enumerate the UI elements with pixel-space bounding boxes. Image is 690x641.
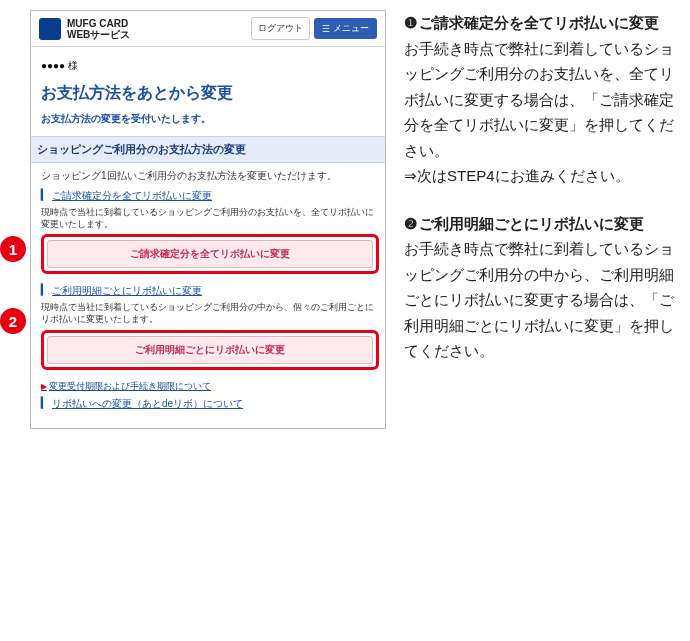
callout-badge-1: 1: [0, 236, 26, 262]
app-header: MUFG CARD WEBサービス ログアウト ☰ メニュー: [31, 11, 385, 47]
bullet-icon: ▎: [41, 284, 49, 295]
explanation-panel: ❶ご請求確定分を全てリボ払いに変更 お手続き時点で弊社に到着しているショッピング…: [404, 10, 680, 429]
explain-body-1: お手続き時点で弊社に到着しているショッピングご利用分のお支払いを、全てリボ払いに…: [404, 36, 680, 189]
menu-button[interactable]: ☰ メニュー: [314, 18, 377, 39]
link-per-item-revolving[interactable]: ▎ ご利用明細ごとにリボ払いに変更: [41, 284, 375, 298]
explain-heading-2: ❷ご利用明細ごとにリボ払いに変更: [404, 211, 680, 237]
logout-button[interactable]: ログアウト: [251, 17, 310, 40]
link-all-revolving[interactable]: ▎ ご請求確定分を全てリボ払いに変更: [41, 189, 375, 203]
brand-text: MUFG CARD WEBサービス: [67, 18, 130, 40]
page-notice: お支払方法の変更を受付いたします。: [41, 112, 375, 126]
explain-title-1: ご請求確定分を全てリボ払いに変更: [419, 10, 659, 36]
link-deadline-info[interactable]: ▶ 変更受付期限および手続き期限について: [41, 380, 375, 393]
app-body: ●●●● 様 お支払方法をあとから変更 お支払方法の変更を受付いたします。 ショ…: [31, 47, 385, 428]
hamburger-icon: ☰: [322, 24, 330, 34]
brand-line2: WEBサービス: [67, 29, 130, 40]
link-deadline-info-label: 変更受付期限および手続き期限について: [49, 380, 211, 393]
explain-title-2: ご利用明細ごとにリボ払いに変更: [419, 211, 644, 237]
screenshot-panel: 1 2 MUFG CARD WEBサービス ログアウト ☰ メニュー ●●●● …: [0, 10, 386, 429]
page-title: お支払方法をあとから変更: [41, 83, 375, 104]
section-header: ショッピングご利用分のお支払方法の変更: [31, 136, 385, 163]
bullet-icon: ▎: [41, 189, 49, 200]
link-about-revolving[interactable]: ▎ リボ払いへの変更（あとdeリボ）について: [41, 397, 375, 411]
section-note: ショッピング1回払いご利用分のお支払方法を変更いただけます。: [41, 169, 375, 183]
menu-label: メニュー: [333, 22, 369, 35]
link-per-item-revolving-label: ご利用明細ごとにリボ払いに変更: [52, 284, 202, 298]
note-all-revolving: 現時点で当社に到着しているショッピングご利用分のお支払いを、全てリボ払いに変更い…: [41, 206, 375, 230]
callout-badge-2: 2: [0, 308, 26, 334]
note-per-item-revolving: 現時点で当社に到着しているショッピングご利用分の中から、個々のご利用ごとにリボ払…: [41, 301, 375, 325]
link-about-revolving-label: リボ払いへの変更（あとdeリボ）について: [52, 397, 243, 411]
button-all-revolving[interactable]: ご請求確定分を全てリボ払いに変更: [47, 240, 373, 268]
circled-number-1-icon: ❶: [404, 10, 417, 36]
explain-next-step: ⇒次はSTEP4にお進みください。: [404, 167, 630, 184]
explain-heading-1: ❶ご請求確定分を全てリボ払いに変更: [404, 10, 680, 36]
highlight-box-2: ご利用明細ごとにリボ払いに変更: [41, 330, 379, 370]
brand-line1: MUFG CARD: [67, 18, 130, 29]
user-name: ●●●● 様: [41, 55, 375, 83]
app-window: MUFG CARD WEBサービス ログアウト ☰ メニュー ●●●● 様 お支…: [30, 10, 386, 429]
explain-body-2: お手続き時点で弊社に到着しているショッピングご利用分の中から、ご利用明細ごとにリ…: [404, 236, 680, 364]
highlight-box-1: ご請求確定分を全てリボ払いに変更: [41, 234, 379, 274]
bullet-icon: ▎: [41, 397, 49, 408]
button-per-item-revolving[interactable]: ご利用明細ごとにリボ払いに変更: [47, 336, 373, 364]
link-all-revolving-label: ご請求確定分を全てリボ払いに変更: [52, 189, 212, 203]
circled-number-2-icon: ❷: [404, 211, 417, 237]
arrow-icon: ▶: [41, 382, 47, 391]
logo-icon: [39, 18, 61, 40]
